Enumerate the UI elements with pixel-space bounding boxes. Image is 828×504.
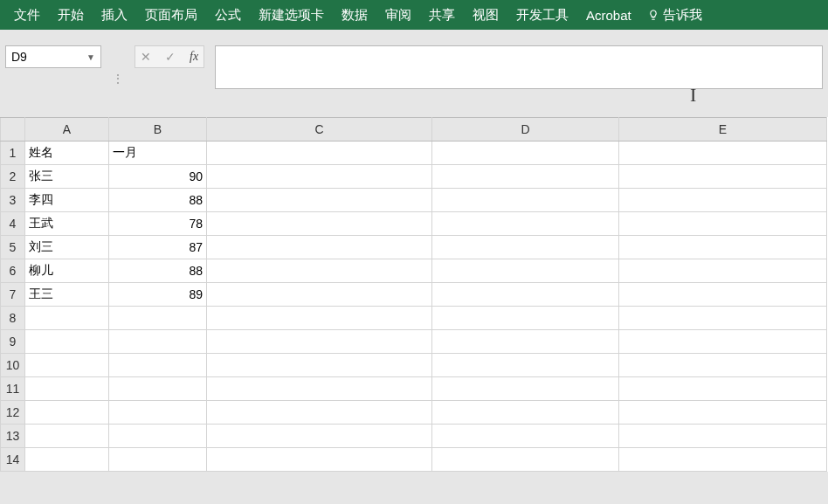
cell-E11[interactable]	[619, 377, 827, 401]
cell-A1[interactable]: 姓名	[25, 142, 109, 165]
row-header-8[interactable]: 8	[1, 307, 25, 330]
row-header-10[interactable]: 10	[1, 354, 25, 377]
row-header-2[interactable]: 2	[1, 165, 25, 189]
tell-me[interactable]: 告诉我	[640, 0, 709, 30]
cell-E2[interactable]	[619, 165, 827, 189]
cell-A9[interactable]	[25, 330, 109, 354]
cell-A2[interactable]: 张三	[25, 165, 109, 189]
cell-A12[interactable]	[25, 401, 109, 425]
cell-C9[interactable]	[207, 330, 432, 354]
cell-B1[interactable]: 一月	[109, 142, 207, 165]
cell-D3[interactable]	[432, 189, 619, 212]
row-header-13[interactable]: 13	[1, 425, 25, 448]
cell-B13[interactable]	[109, 425, 207, 448]
col-header-C[interactable]: C	[207, 118, 432, 142]
cell-C4[interactable]	[207, 212, 432, 236]
cell-B8[interactable]	[109, 307, 207, 330]
cell-B9[interactable]	[109, 330, 207, 354]
formula-input[interactable]	[215, 45, 823, 89]
cell-C12[interactable]	[207, 401, 432, 425]
cell-D13[interactable]	[432, 425, 619, 448]
cell-D14[interactable]	[432, 448, 619, 472]
ribbon-tab-插入[interactable]: 插入	[93, 0, 136, 30]
cell-B5[interactable]: 87	[109, 236, 207, 259]
cell-A7[interactable]: 王三	[25, 283, 109, 307]
cell-D7[interactable]	[432, 283, 619, 307]
ribbon-tab-公式[interactable]: 公式	[206, 0, 250, 30]
cell-B4[interactable]: 78	[109, 212, 207, 236]
ribbon-tab-开发工具[interactable]: 开发工具	[507, 0, 577, 30]
cell-B6[interactable]: 88	[109, 259, 207, 283]
cell-A10[interactable]	[25, 354, 109, 377]
name-box[interactable]: D9 ▼	[5, 45, 101, 68]
cell-E14[interactable]	[619, 448, 827, 472]
cell-C6[interactable]	[207, 259, 432, 283]
cell-C3[interactable]	[207, 189, 432, 212]
cell-A3[interactable]: 李四	[25, 189, 109, 212]
grid[interactable]: ABCDE1姓名一月2张三903李四884王武785刘三876柳儿887王三89…	[0, 117, 827, 472]
ribbon-tab-新建选项卡[interactable]: 新建选项卡	[250, 0, 333, 30]
ribbon-tab-视图[interactable]: 视图	[464, 0, 507, 30]
cell-D4[interactable]	[432, 212, 619, 236]
cell-D10[interactable]	[432, 354, 619, 377]
ribbon-tab-文件[interactable]: 文件	[5, 0, 49, 30]
cell-D12[interactable]	[432, 401, 619, 425]
cell-C11[interactable]	[207, 377, 432, 401]
ribbon-tab-共享[interactable]: 共享	[420, 0, 464, 30]
cancel-icon[interactable]: ✕	[141, 50, 151, 64]
row-header-1[interactable]: 1	[1, 142, 25, 165]
cell-E13[interactable]	[619, 425, 827, 448]
cell-E6[interactable]	[619, 259, 827, 283]
cell-B12[interactable]	[109, 401, 207, 425]
cell-C10[interactable]	[207, 354, 432, 377]
cell-E10[interactable]	[619, 354, 827, 377]
cell-B10[interactable]	[109, 354, 207, 377]
cell-D9[interactable]	[432, 330, 619, 354]
enter-icon[interactable]: ✓	[165, 50, 176, 64]
cell-D1[interactable]	[432, 142, 619, 165]
cell-B11[interactable]	[109, 377, 207, 401]
cell-A14[interactable]	[25, 448, 109, 472]
cell-E12[interactable]	[619, 401, 827, 425]
cell-E7[interactable]	[619, 283, 827, 307]
row-header-14[interactable]: 14	[1, 448, 25, 472]
ribbon-tab-Acrobat[interactable]: Acrobat	[577, 0, 640, 30]
col-header-A[interactable]: A	[25, 118, 109, 142]
cell-A5[interactable]: 刘三	[25, 236, 109, 259]
cell-A11[interactable]	[25, 377, 109, 401]
cell-B3[interactable]: 88	[109, 189, 207, 212]
cell-A6[interactable]: 柳儿	[25, 259, 109, 283]
cell-A4[interactable]: 王武	[25, 212, 109, 236]
cell-D5[interactable]	[432, 236, 619, 259]
cell-B2[interactable]: 90	[109, 165, 207, 189]
cell-D8[interactable]	[432, 307, 619, 330]
ribbon-tab-开始[interactable]: 开始	[49, 0, 93, 30]
select-all[interactable]	[1, 118, 25, 142]
cell-A8[interactable]	[25, 307, 109, 330]
row-header-11[interactable]: 11	[1, 377, 25, 401]
cell-C7[interactable]	[207, 283, 432, 307]
col-header-E[interactable]: E	[619, 118, 827, 142]
cell-E9[interactable]	[619, 330, 827, 354]
cell-A13[interactable]	[25, 425, 109, 448]
fx-icon[interactable]: fx	[190, 50, 198, 64]
cell-B7[interactable]: 89	[109, 283, 207, 307]
ribbon-tab-数据[interactable]: 数据	[333, 0, 376, 30]
cell-C13[interactable]	[207, 425, 432, 448]
ribbon-tab-页面布局[interactable]: 页面布局	[136, 0, 206, 30]
cell-E3[interactable]	[619, 189, 827, 212]
cell-D6[interactable]	[432, 259, 619, 283]
cell-C5[interactable]	[207, 236, 432, 259]
col-header-D[interactable]: D	[432, 118, 619, 142]
cell-E1[interactable]	[619, 142, 827, 165]
cell-C8[interactable]	[207, 307, 432, 330]
row-header-7[interactable]: 7	[1, 283, 25, 307]
row-header-12[interactable]: 12	[1, 401, 25, 425]
col-header-B[interactable]: B	[109, 118, 207, 142]
cell-E4[interactable]	[619, 212, 827, 236]
row-header-5[interactable]: 5	[1, 236, 25, 259]
cell-E8[interactable]	[619, 307, 827, 330]
cell-C2[interactable]	[207, 165, 432, 189]
row-header-6[interactable]: 6	[1, 259, 25, 283]
cell-B14[interactable]	[109, 448, 207, 472]
